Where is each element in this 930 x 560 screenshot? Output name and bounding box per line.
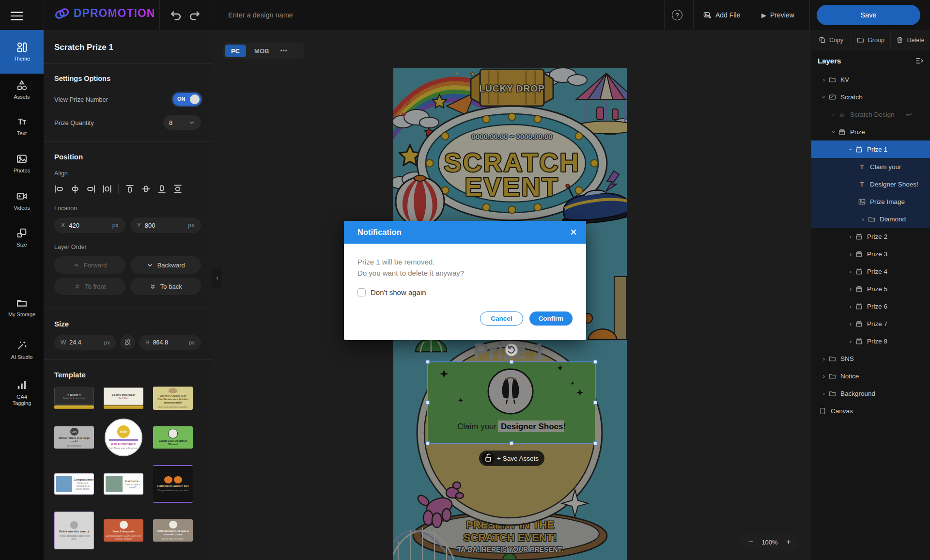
- group-button[interactable]: Group: [851, 30, 891, 50]
- layer-row-prize[interactable]: › Prize: [811, 123, 930, 140]
- template-item[interactable]: WOW! Won a Americano! Wow! There was a A…: [105, 419, 142, 456]
- layer-row-claim-your[interactable]: T Claim your: [811, 158, 930, 175]
- chevron-right-icon[interactable]: ›: [846, 268, 855, 275]
- backward-button[interactable]: Backward: [130, 256, 202, 274]
- confirm-button[interactable]: Confirm: [529, 311, 573, 326]
- design-name-input[interactable]: [228, 8, 432, 22]
- template-item[interactable]: Halloween Lantern Set Congratulations on…: [153, 465, 193, 503]
- template-item[interactable]: Oh my! A Book Gift Certificate was hidde…: [153, 387, 193, 410]
- tab-pc[interactable]: PC: [225, 45, 246, 57]
- forward-button[interactable]: Forward: [54, 256, 125, 274]
- close-icon[interactable]: ✕: [570, 228, 577, 237]
- template-item[interactable]: Congratulations! Relax and unwind on a l…: [54, 473, 94, 495]
- layer-row-scratch[interactable]: › Scratch: [811, 88, 930, 106]
- chevron-right-icon[interactable]: ›: [846, 303, 855, 310]
- layer-row-scratch-design[interactable]: › Scratch Design: [811, 106, 930, 123]
- zoom-in-button[interactable]: +: [784, 537, 793, 547]
- dont-show-again-checkbox[interactable]: Don't show again: [357, 288, 573, 296]
- align-center-horizontal-icon[interactable]: [70, 184, 80, 194]
- chevron-right-icon[interactable]: ›: [846, 250, 855, 258]
- y-position-field[interactable]: Y 800 px: [130, 218, 202, 233]
- sidebar-item-ga4-tagging[interactable]: GA4 Tagging: [0, 380, 44, 406]
- hidden-eye-icon[interactable]: [905, 110, 913, 118]
- layer-row-prize-2[interactable]: › Prize 2: [811, 228, 930, 245]
- layer-row-prize-6[interactable]: › Prize 6: [811, 297, 930, 315]
- sidebar-item-photos[interactable]: Photos: [0, 154, 44, 174]
- template-item[interactable]: Didn't win this time..:( Please particip…: [54, 512, 94, 549]
- template-item[interactable]: Unfortunately...it was a normal cream Be…: [153, 519, 193, 542]
- width-field[interactable]: W 24.4 px: [54, 335, 116, 350]
- distribute-horizontal-icon[interactable]: [102, 184, 112, 194]
- app-logo[interactable]: DPROMOTION: [54, 7, 155, 20]
- sidebar-item-assets[interactable]: Assets: [0, 80, 44, 100]
- layer-row-prize-image[interactable]: Prize Image: [811, 193, 930, 210]
- chevron-right-icon[interactable]: ›: [819, 76, 829, 83]
- checkbox[interactable]: [357, 288, 366, 296]
- align-top-icon[interactable]: [125, 184, 135, 194]
- layer-row-kv[interactable]: › KV: [811, 71, 930, 88]
- help-button[interactable]: ?: [672, 0, 682, 30]
- layer-row-prize-4[interactable]: › Prize 4: [811, 263, 930, 280]
- copy-button[interactable]: Copy: [811, 30, 851, 50]
- chevron-right-icon[interactable]: ›: [819, 373, 829, 380]
- layer-row-prize-8[interactable]: › Prize 8: [811, 332, 930, 350]
- more-options-icon[interactable]: •••: [277, 47, 291, 54]
- unlink-dimensions-button[interactable]: [120, 335, 135, 350]
- template-item[interactable]: × Boom × Better luck next time!: [54, 388, 94, 409]
- menu-icon[interactable]: [11, 9, 23, 21]
- rotate-handle[interactable]: [505, 343, 518, 356]
- layer-row-prize-3[interactable]: › Prize 3: [811, 245, 930, 263]
- template-item[interactable]: Claim your Designer Shoes!: [153, 426, 193, 449]
- layer-row-diamond[interactable]: › Diamond: [811, 210, 930, 228]
- chevron-right-icon[interactable]: ›: [819, 390, 829, 397]
- chevron-right-icon[interactable]: ›: [846, 285, 855, 293]
- chevron-right-icon[interactable]: ›: [819, 355, 829, 362]
- prize-quantity-select[interactable]: 8: [163, 115, 201, 130]
- align-bottom-icon[interactable]: [157, 184, 167, 194]
- delete-button[interactable]: Delete: [891, 30, 930, 50]
- save-assets-button[interactable]: + Save Assets: [479, 451, 544, 466]
- distribute-vertical-icon[interactable]: [173, 184, 183, 194]
- layer-row-notice[interactable]: › Notice: [811, 367, 930, 385]
- layer-row-prize-7[interactable]: › Prize 7: [811, 315, 930, 332]
- layer-row-designer-shoes[interactable]: T Designer Shoes!: [811, 175, 930, 193]
- align-middle-icon[interactable]: [141, 184, 151, 194]
- sidebar-item-ai-studio[interactable]: AI Studio: [0, 340, 44, 360]
- x-position-field[interactable]: X 420 px: [54, 218, 125, 233]
- layer-row-canvas[interactable]: Canvas: [811, 402, 930, 420]
- sidebar-item-videos[interactable]: Videos: [0, 191, 44, 211]
- tab-mob[interactable]: MOB: [248, 45, 275, 57]
- zoom-out-button[interactable]: −: [746, 537, 755, 547]
- sidebar-item-theme[interactable]: Theme: [0, 30, 44, 74]
- undo-icon[interactable]: [170, 10, 182, 20]
- save-button[interactable]: Save: [817, 5, 920, 25]
- align-right-icon[interactable]: [86, 184, 96, 194]
- template-item[interactable]: Sports Innerwear 1+1 Win!: [104, 388, 143, 409]
- chevron-down-icon[interactable]: ›: [847, 144, 854, 154]
- layer-row-sns[interactable]: › SNS: [811, 350, 930, 367]
- collapse-all-icon[interactable]: [915, 57, 923, 65]
- chevron-right-icon[interactable]: ›: [829, 111, 838, 118]
- add-file-button[interactable]: Add File: [703, 0, 740, 30]
- template-item[interactable]: In a hurry... Care to take a break?: [104, 473, 143, 495]
- view-prize-number-toggle[interactable]: ON: [173, 93, 201, 106]
- chevron-right-icon[interactable]: ›: [846, 233, 855, 240]
- height-field[interactable]: H 864.8 px: [139, 335, 201, 350]
- chevron-right-icon[interactable]: ›: [858, 216, 868, 223]
- preview-button[interactable]: ▶ Preview: [761, 0, 794, 30]
- sidebar-item-text[interactable]: Tт Text: [0, 117, 44, 137]
- template-item[interactable]: Zero 9 Ampoule Congratulations! Claim yo…: [104, 519, 143, 542]
- cancel-button[interactable]: Cancel: [480, 311, 523, 326]
- to-front-button[interactable]: To front: [54, 278, 125, 295]
- to-back-button[interactable]: To back: [130, 278, 202, 295]
- layer-row-prize-1-selected[interactable]: › Prize 1: [811, 140, 930, 158]
- template-item[interactable]: Oops Whoa! There is a huge rock! Try mov…: [54, 426, 94, 449]
- layer-row-background[interactable]: › Background: [811, 385, 930, 402]
- chevron-right-icon[interactable]: ›: [846, 320, 855, 327]
- panel-collapse-handle[interactable]: ‹: [212, 267, 222, 288]
- sidebar-item-size[interactable]: Size: [0, 228, 44, 248]
- align-left-icon[interactable]: [54, 184, 64, 194]
- redo-icon[interactable]: [188, 10, 201, 20]
- chevron-right-icon[interactable]: ›: [846, 338, 855, 345]
- chevron-down-icon[interactable]: ›: [821, 92, 828, 102]
